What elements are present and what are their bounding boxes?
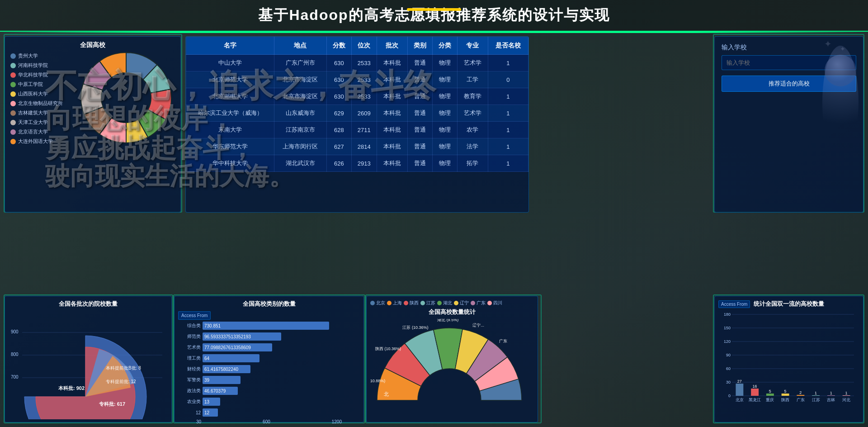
svg-text:1: 1 xyxy=(815,391,817,395)
table-row: 北京师范大学北京市海淀区6302533本科批普通物理工学0 xyxy=(186,71,528,88)
table-row: 华东师范大学上海市闵行区6272814本科批普通物理法学1 xyxy=(186,138,528,155)
table-cell: 2533 xyxy=(351,55,377,71)
svg-text:专科提前批: 12: 专科提前批: 12 xyxy=(106,379,136,384)
legend-dot xyxy=(10,91,16,97)
svg-text:广东: 广东 xyxy=(499,339,507,343)
svg-text:1: 1 xyxy=(830,391,832,395)
bar-label: 理工类 xyxy=(180,355,201,361)
donut-chart xyxy=(76,48,176,147)
svg-text:700: 700 xyxy=(11,375,19,380)
svg-text:90: 90 xyxy=(726,353,731,357)
svg-text:0: 0 xyxy=(728,394,731,398)
bar-label: 师范类 xyxy=(180,333,201,340)
table-cell: 物理 xyxy=(432,71,457,88)
legend-label: 中原工学院 xyxy=(18,81,43,88)
access-badge-category: Access From xyxy=(178,311,211,320)
svg-text:吉林: 吉林 xyxy=(827,398,835,402)
table-cell: 1 xyxy=(488,122,528,138)
legend-item: 华北科技学院 xyxy=(10,71,63,78)
stats-panel: 北京上海陕西江苏湖北辽宁广东四川 全国高校数量统计 上海 (10.88%)陕西 … xyxy=(366,296,538,422)
double-first-title: 统计全国双一流的高校数量 xyxy=(754,300,824,308)
green-line-deco xyxy=(0,32,868,33)
stats-legend-item: 江苏 xyxy=(420,300,435,306)
bar-label: 艺术类 xyxy=(180,344,201,351)
svg-text:江苏 (10.36%): 江苏 (10.36%) xyxy=(402,325,428,330)
bar-label: 政法类 xyxy=(180,388,201,394)
table-cell: 2913 xyxy=(351,155,377,172)
double-first-panel: Access From 统计全国双一流的高校数量 030609012015018… xyxy=(714,296,863,422)
table-cell: 1 xyxy=(488,55,528,71)
bar-row: 军警类39 xyxy=(180,376,358,384)
table-cell: 山东威海市 xyxy=(274,105,327,122)
bar-value: 13 xyxy=(204,399,209,404)
svg-text:陕西 (10.36%): 陕西 (10.36%) xyxy=(375,346,401,351)
svg-text:本科提前批B批: 8: 本科提前批B批: 8 xyxy=(106,365,141,370)
stats-legend-dot xyxy=(454,301,458,305)
table-cell: 北京市海淀区 xyxy=(274,88,327,105)
x-label-1200: 1200 xyxy=(332,419,342,424)
table-cell: 拓学 xyxy=(457,155,488,172)
table-cell: 物理 xyxy=(432,105,457,122)
stats-legend-dot xyxy=(487,301,492,305)
table-cell: 物理 xyxy=(432,155,457,172)
access-badge-double: Access From xyxy=(718,300,750,308)
table-cell: 630 xyxy=(326,88,351,105)
table-cell: 普通 xyxy=(407,155,432,172)
svg-rect-40 xyxy=(782,394,789,396)
table-cell: 北京市海淀区 xyxy=(274,71,327,88)
table-cell: 2533 xyxy=(351,71,377,88)
svg-text:900: 900 xyxy=(11,329,19,334)
stats-legend-text: 广东 xyxy=(476,300,486,306)
table-cell: 2711 xyxy=(351,122,377,138)
batch-panel-title: 全国各批次的院校数量 xyxy=(9,300,168,308)
table-cell: 629 xyxy=(326,105,351,122)
table-cell: 上海市闵行区 xyxy=(274,138,327,155)
legend-dot xyxy=(10,129,16,135)
table-cell: 2609 xyxy=(351,105,377,122)
svg-text:180: 180 xyxy=(724,312,731,317)
table-cell: 2814 xyxy=(351,138,377,155)
bar-value: 730.851 xyxy=(204,323,221,328)
bar-row: 1212 xyxy=(180,408,358,417)
table-cell: 1 xyxy=(488,88,528,105)
legend-item: 吉林建筑大学 xyxy=(10,109,63,116)
svg-text:重庆: 重庆 xyxy=(766,398,774,402)
table-cell: 本科批 xyxy=(377,138,407,155)
svg-rect-43 xyxy=(797,395,804,396)
svg-text:专科批: 617: 专科批: 617 xyxy=(99,401,125,407)
table-cell: 1 xyxy=(488,138,528,155)
bar-value: 39 xyxy=(204,378,209,383)
table-cell: 教育学 xyxy=(457,88,488,105)
legend-item: 中原工学院 xyxy=(10,81,63,88)
table-cell: 本科批 xyxy=(377,88,407,105)
legend-item: 河南科技学院 xyxy=(10,62,63,69)
legend-label: 贵州大学 xyxy=(18,52,38,59)
top-deco xyxy=(407,8,461,11)
x-label-30: 30 xyxy=(196,419,201,424)
table-header-cell: 分数 xyxy=(326,37,351,55)
batch-chart: 900 800 700 本科批: 902 专科批: 617 本科提前批B批: 8… xyxy=(9,311,162,419)
x-label-600: 600 xyxy=(263,419,270,424)
legend-dot xyxy=(10,139,16,144)
table-header-cell: 是否名校 xyxy=(488,37,528,55)
bar-label: 12 xyxy=(180,410,201,415)
bar-row: 师范类96.5933337513352193 xyxy=(180,332,358,341)
table-cell: 华东师范大学 xyxy=(186,138,274,155)
stats-panel-title: 全国高校数量统计 xyxy=(370,308,534,316)
bar-row: 综合类730.851 xyxy=(180,322,358,330)
stats-legend-text: 辽宁 xyxy=(460,300,469,306)
svg-text:江苏: 江苏 xyxy=(812,398,820,402)
legend-dot xyxy=(10,82,16,87)
table-cell: 普通 xyxy=(407,71,432,88)
table-cell: 中山大学 xyxy=(186,55,274,71)
stats-legend-text: 北京 xyxy=(376,300,385,306)
table-cell: 本科批 xyxy=(377,155,407,172)
stats-legend-text: 上海 xyxy=(393,300,402,306)
svg-text:广东: 广东 xyxy=(797,398,805,402)
batch-panel: 全国各批次的院校数量 900 800 700 本科批: 902 专科批: 617… xyxy=(5,296,172,422)
legend-label: 北京语言大学 xyxy=(18,128,48,135)
stats-legend-text: 江苏 xyxy=(426,300,435,306)
stats-legend-item: 陕西 xyxy=(404,300,419,306)
legend-item: 贵州大学 xyxy=(10,52,63,59)
table-cell: 法学 xyxy=(457,138,488,155)
